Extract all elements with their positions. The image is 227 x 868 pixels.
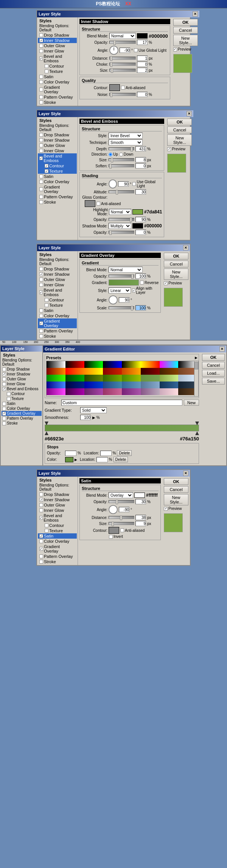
sidebar5-inner-glow[interactable]: Inner Glow (38, 508, 77, 513)
angle-dial-2[interactable] (109, 179, 117, 188)
sidebar2-pattern-overlay[interactable]: Pattern Overlay (38, 194, 77, 199)
sidebar5-blending[interactable]: Blending Options: Default (38, 483, 77, 492)
highlight-opacity-input[interactable] (135, 217, 146, 222)
shadow-opacity-input[interactable] (135, 230, 146, 235)
size-input-2[interactable] (135, 157, 146, 162)
stop-color-arrow[interactable]: ▶ (75, 458, 77, 462)
sidebar2-color-overlay[interactable]: Color Overlay (38, 179, 77, 184)
sidebar2-styles[interactable]: Styles (38, 118, 77, 123)
opacity-stop-right[interactable] (195, 422, 199, 425)
window3-close[interactable]: ✕ (183, 245, 188, 250)
align-layer-cb-3[interactable]: ✓Align with Layer (132, 286, 159, 295)
sidebar5-stroke[interactable]: Stroke (38, 559, 77, 564)
highlight-color-swatch[interactable] (132, 209, 143, 215)
shadow-mode-select[interactable]: Multiply (109, 223, 131, 229)
sidebar1-styles[interactable]: Styles (38, 18, 77, 23)
invert-cb-5[interactable]: Invert (109, 534, 123, 539)
sidebar4-color-overlay[interactable]: Color Overlay (2, 406, 42, 411)
stop-color-delete[interactable]: Delete (114, 457, 128, 462)
new-style-button-1[interactable]: New Style... (173, 35, 198, 46)
sidebar1-gradient-overlay[interactable]: Gradient Overlay (38, 85, 77, 94)
ok-button-5[interactable]: OK (164, 478, 188, 485)
sidebar3-styles[interactable]: Styles (38, 252, 77, 257)
blend-mode-select-5[interactable]: Overlay (109, 492, 133, 498)
antialiased-cb-5[interactable]: Anti-aliased (120, 528, 145, 533)
sidebar5-texture[interactable]: Texture (38, 528, 77, 533)
gradient-editor-close[interactable]: ✕ (219, 346, 225, 352)
sidebar4-gradient-overlay[interactable]: ✓Gradient Overlay (2, 411, 42, 416)
smoothness-input[interactable] (80, 415, 91, 420)
stop-color-swatch[interactable] (65, 457, 73, 462)
sidebar4-pattern-overlay[interactable]: Pattern Overlay (2, 416, 42, 421)
sidebar5-gradient-overlay[interactable]: ✓Gradient Overlay (38, 544, 77, 554)
sidebar5-pattern-overlay[interactable]: Pattern Overlay (38, 554, 77, 559)
sidebar4-outer-glow[interactable]: Outer Glow (2, 377, 42, 381)
ok-button-2[interactable]: OK (167, 119, 192, 125)
distance-input-5[interactable] (135, 515, 146, 520)
window5-close[interactable]: ✕ (183, 471, 188, 476)
sidebar1-contour[interactable]: Contour (38, 63, 77, 69)
sidebar3-contour[interactable]: Contour (38, 297, 77, 303)
highlight-mode-select[interactable]: Normal (109, 209, 131, 215)
load-button-ge[interactable]: Load... (202, 370, 225, 377)
gradient-bar[interactable] (45, 425, 199, 431)
sidebar2-contour[interactable]: ✓Contour (38, 163, 77, 168)
blend-mode-select-3[interactable]: Normal (109, 267, 143, 273)
angle-dial-3[interactable] (109, 295, 118, 304)
opacity-input-1[interactable] (137, 40, 148, 45)
opacity-stop-left[interactable] (45, 422, 48, 425)
angle-dial-5[interactable] (109, 505, 118, 514)
bevel-style-select[interactable]: Inner Bevel (109, 133, 143, 139)
sidebar1-pattern-overlay[interactable]: Pattern Overlay (38, 94, 77, 100)
reverse-cb-3[interactable]: Reverse (140, 281, 159, 285)
sidebar1-blending[interactable]: Blending Options: Default (38, 23, 77, 32)
color-stop-left[interactable] (45, 431, 48, 435)
sidebar3-color-overlay[interactable]: Color Overlay (38, 313, 77, 318)
angle-dial-1[interactable] (109, 46, 118, 55)
blend-mode-color-1[interactable] (137, 33, 148, 39)
sidebar2-texture[interactable]: ✓Texture (38, 168, 77, 174)
preview-cb-3[interactable]: ✓ (164, 281, 168, 285)
cancel-button-3[interactable]: Cancel (164, 261, 188, 267)
sidebar1-inner-glow[interactable]: Inner Glow (38, 48, 77, 54)
sidebar1-stroke[interactable]: Stroke (38, 100, 77, 105)
sidebar5-outer-glow[interactable]: Outer Glow (38, 502, 77, 508)
size-input-1[interactable] (137, 68, 148, 73)
down-radio[interactable]: Down (119, 152, 134, 156)
sidebar3-gradient-overlay[interactable]: ✓Gradient Overlay (38, 318, 77, 328)
stop-color-loc-input[interactable] (96, 457, 108, 462)
gradient-preview-3[interactable] (109, 280, 139, 286)
opacity-input-5[interactable] (135, 499, 146, 504)
sidebar2-gradient-overlay[interactable]: Gradient Overlay (38, 184, 77, 194)
sidebar4-inner-shadow[interactable]: ✓Inner Shadow (2, 372, 42, 377)
sidebar5-inner-shadow[interactable]: ✓Inner Shadow (38, 497, 77, 502)
angle-input-1[interactable] (120, 48, 130, 53)
sidebar1-bevel-emboss[interactable]: ✓Bevel and Emboss (38, 54, 77, 63)
sidebar3-pattern-overlay[interactable]: Pattern Overlay (38, 328, 77, 334)
choke-input-1[interactable] (137, 62, 148, 67)
cancel-button-1[interactable]: Cancel (173, 27, 198, 34)
sidebar5-bevel-emboss[interactable]: ✓Bevel and Emboss (38, 513, 77, 523)
stop-opacity-loc-input[interactable] (100, 451, 112, 456)
sidebar2-blending[interactable]: Blending Options: Default (38, 123, 77, 132)
sidebar1-satin[interactable]: Satin (38, 74, 77, 79)
altitude-input[interactable] (135, 189, 146, 195)
sidebar1-color-overlay[interactable]: Color Overlay (38, 79, 77, 85)
sidebar2-stroke[interactable]: Stroke (38, 199, 77, 205)
sidebar5-satin[interactable]: ✓Satin (38, 533, 77, 539)
depth-input[interactable] (135, 146, 146, 151)
angle-input-5[interactable] (119, 507, 129, 512)
cancel-button-2[interactable]: Cancel (167, 127, 192, 133)
window2-close[interactable]: ✕ (187, 111, 192, 116)
antialiased-cb-2[interactable]: Anti-aliased (96, 202, 121, 206)
sidebar2-drop-shadow[interactable]: Drop Shadow (38, 132, 77, 137)
sidebar1-drop-shadow[interactable]: Drop Shadow (38, 32, 77, 38)
cancel-button-ge[interactable]: Cancel (202, 362, 225, 369)
new-style-button-5[interactable]: New Style... (164, 494, 188, 505)
sidebar3-satin[interactable]: Satin (38, 308, 77, 313)
angle-input-2[interactable] (118, 181, 129, 187)
global-light-cb-1[interactable]: Use Global Light (134, 48, 166, 53)
sidebar3-blending[interactable]: Blending Options: Default (38, 257, 77, 266)
sidebar1-texture[interactable]: Texture (38, 69, 77, 74)
gradient-type-select[interactable]: Solid (80, 407, 107, 413)
